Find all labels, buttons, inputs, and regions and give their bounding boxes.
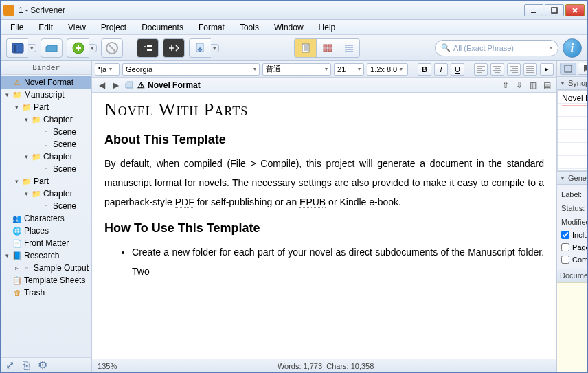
- meta-include-checkbox[interactable]: Include in Compile: [561, 229, 587, 241]
- tree-expander-icon[interactable]: ▾: [23, 190, 30, 197]
- font-picker[interactable]: Georgia▾: [122, 63, 260, 76]
- menu-file[interactable]: File: [3, 21, 30, 34]
- synopsis-header[interactable]: ▼Synopsis ⇅ ▣: [557, 76, 587, 90]
- binder-toggle-dropdown[interactable]: ▾: [28, 44, 36, 52]
- tree-expander-icon[interactable]: ▾: [13, 104, 20, 111]
- nav-split-v-icon[interactable]: ▤: [541, 80, 552, 91]
- font-size-picker[interactable]: 21▾: [334, 63, 364, 76]
- binder-expand-icon[interactable]: ⤢: [3, 360, 16, 371]
- zoom-level[interactable]: 135%: [92, 362, 122, 370]
- binder-settings-icon[interactable]: ⚙: [36, 360, 49, 371]
- tree-item[interactable]: ▾📁Manuscript: [1, 89, 91, 101]
- meta-modified-label: Modified:: [561, 218, 587, 226]
- nav-forward-button[interactable]: ▶: [110, 80, 121, 91]
- maximize-button[interactable]: [545, 4, 564, 16]
- view-corkboard-button[interactable]: [316, 38, 338, 58]
- view-outliner-button[interactable]: [338, 38, 360, 58]
- close-button[interactable]: [565, 4, 585, 16]
- inspector-toggle-button[interactable]: i: [563, 38, 582, 58]
- folder-icon: 📁: [21, 177, 32, 186]
- tree-item[interactable]: 📄Front Matter: [1, 237, 91, 249]
- tree-item[interactable]: ▫Scene: [1, 200, 91, 212]
- italic-button[interactable]: I: [434, 63, 448, 76]
- nav-down-button[interactable]: ⇩: [514, 80, 525, 91]
- synopsis-card[interactable]: Novel Format: [557, 90, 587, 171]
- align-right-button[interactable]: [507, 63, 521, 76]
- view-document-button[interactable]: [294, 38, 316, 58]
- tree-item-label: Places: [24, 226, 49, 236]
- tree-item[interactable]: 🗑Trash: [1, 286, 91, 299]
- font-variant-picker[interactable]: 普通▾: [262, 63, 331, 76]
- menu-edit[interactable]: Edit: [32, 21, 60, 34]
- tree-item[interactable]: ▾📁Chapter: [1, 150, 91, 163]
- line-spacing-picker[interactable]: 1.2x 8.0▾: [367, 63, 408, 76]
- meta-pagebreak-checkbox[interactable]: Page Break Before: [561, 241, 587, 253]
- meta-compileas-checkbox[interactable]: Compile As-Is: [561, 253, 587, 266]
- tree-expander-icon[interactable]: ▾: [13, 178, 20, 185]
- status-counts: Words: 1,773 Chars: 10,358: [122, 362, 529, 370]
- menu-tools[interactable]: Tools: [233, 21, 266, 34]
- nav-split-h-icon[interactable]: ▥: [528, 80, 539, 91]
- add-button[interactable]: [67, 38, 89, 58]
- inspector-tab-bookmarks[interactable]: [578, 63, 587, 75]
- add-dropdown[interactable]: ▾: [89, 44, 97, 52]
- search-input[interactable]: 🔍 All (Exact Phrase) ▾: [435, 40, 558, 56]
- nav-up-button[interactable]: ⇧: [500, 80, 511, 91]
- tree-item[interactable]: 📋Template Sheets: [1, 274, 91, 286]
- underline-button[interactable]: U: [451, 63, 464, 76]
- editor-content[interactable]: Novel With Parts About This Template By …: [92, 93, 556, 359]
- inspector-tab-notes[interactable]: [560, 63, 576, 75]
- meta-header[interactable]: ▼General Meta-Data: [557, 171, 587, 185]
- tree-item[interactable]: ▫Scene: [1, 126, 91, 138]
- binder-hoist-icon[interactable]: ⎘: [20, 360, 32, 371]
- align-left-button[interactable]: [474, 63, 488, 76]
- binder-tree[interactable]: ⚠Novel Format▾📁Manuscript▾📁Part▾📁Chapter…: [1, 75, 91, 357]
- tree-item[interactable]: ▾📁Part: [1, 175, 91, 188]
- tree-item[interactable]: ▾📁Chapter: [1, 113, 91, 126]
- svg-rect-45: [565, 65, 572, 72]
- svg-rect-21: [324, 45, 327, 47]
- tree-item[interactable]: 👥Characters: [1, 212, 91, 225]
- tree-item[interactable]: ▫Scene: [1, 138, 91, 150]
- menu-documents[interactable]: Documents: [135, 21, 190, 34]
- folder-icon: 📁: [12, 90, 23, 100]
- tree-expander-icon[interactable]: ▾: [23, 153, 30, 160]
- tree-expander-icon[interactable]: ▾: [3, 91, 10, 98]
- menu-help[interactable]: Help: [312, 21, 343, 34]
- menu-format[interactable]: Format: [192, 21, 231, 34]
- tree-item-label: Chapter: [43, 189, 73, 199]
- tree-expander-icon[interactable]: ▹: [13, 264, 20, 271]
- editor-statusbar: 135% Words: 1,773 Chars: 10,358: [92, 359, 556, 372]
- tree-item[interactable]: ▾📁Part: [1, 101, 91, 113]
- compile-button[interactable]: [189, 38, 211, 58]
- docnotes-header[interactable]: Document Notes⇅: [557, 269, 587, 282]
- collection-button[interactable]: [41, 38, 63, 58]
- bold-button[interactable]: B: [418, 63, 431, 76]
- tree-expander-icon[interactable]: ▾: [23, 116, 30, 123]
- align-center-button[interactable]: [490, 63, 504, 76]
- binder-toggle-button[interactable]: [6, 38, 28, 58]
- compile-dropdown[interactable]: ▾: [211, 44, 219, 52]
- tree-item[interactable]: ▾📁Chapter: [1, 188, 91, 200]
- style-picker[interactable]: ¶a▾: [95, 63, 120, 76]
- minimize-button[interactable]: [524, 4, 543, 16]
- tree-item[interactable]: ▹▫Sample Output: [1, 262, 91, 274]
- tree-item[interactable]: ▫Scene: [1, 163, 91, 175]
- menu-window[interactable]: Window: [267, 21, 310, 34]
- window-title: 1 - Scrivener: [19, 5, 65, 15]
- nav-back-button[interactable]: ◀: [96, 80, 107, 91]
- outliner-button[interactable]: [163, 38, 185, 58]
- document-notes-area[interactable]: [557, 282, 587, 372]
- tree-item[interactable]: 🌐Places: [1, 225, 91, 237]
- tree-item[interactable]: ▾📘Research: [1, 249, 91, 262]
- align-justify-button[interactable]: [523, 63, 537, 76]
- nav-path-icon[interactable]: [124, 80, 135, 91]
- tree-item[interactable]: ⚠Novel Format: [1, 76, 91, 89]
- search-dropdown-icon[interactable]: ▾: [550, 45, 552, 51]
- menu-project[interactable]: Project: [94, 21, 133, 34]
- trash-button[interactable]: [101, 38, 123, 58]
- format-more-button[interactable]: ▸: [540, 63, 554, 76]
- tree-expander-icon[interactable]: ▾: [3, 252, 10, 259]
- menu-view[interactable]: View: [61, 21, 93, 34]
- corkboard-button[interactable]: [137, 38, 159, 58]
